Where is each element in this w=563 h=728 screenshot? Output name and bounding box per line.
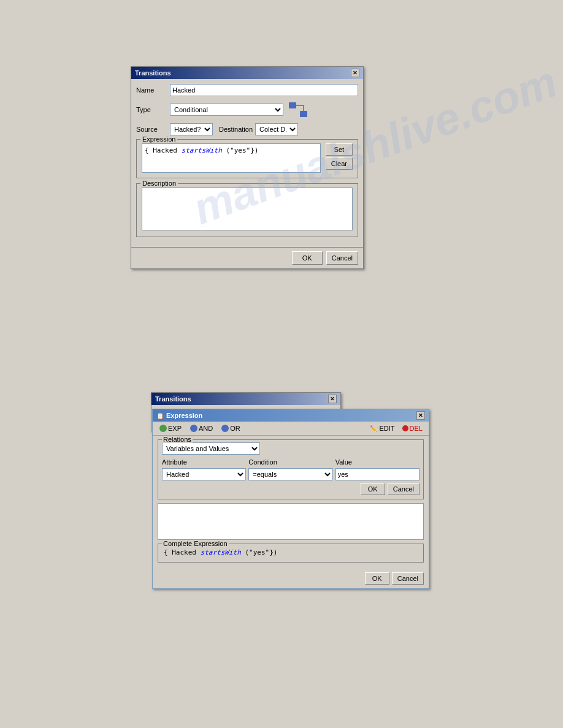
attr-inputs-row: Hacked =equals: [162, 468, 419, 480]
condition-select[interactable]: =equals: [248, 468, 332, 480]
transitions-type-icon: [288, 100, 308, 119]
exp-button[interactable]: EXP: [156, 423, 185, 433]
clear-button[interactable]: Clear: [326, 157, 353, 170]
expr-cancel-button[interactable]: Cancel: [392, 572, 424, 585]
destination-select[interactable]: Colect D...: [255, 123, 298, 135]
attr-headers: Attribute Condition Value: [162, 458, 419, 466]
or-icon: [221, 425, 229, 432]
expression-group-label: Expression: [140, 135, 177, 143]
expression-list-area: [158, 503, 424, 540]
relations-ok-cancel: OK Cancel: [162, 483, 419, 495]
expression-display: { Hacked startsWith ("yes"}): [142, 143, 321, 173]
condition-col-header: Condition: [248, 458, 332, 466]
name-input[interactable]: [170, 84, 358, 96]
source-select[interactable]: Hacked?: [170, 123, 213, 135]
expr-toolbar: EXP AND OR ✏️ EDIT DEL: [153, 422, 429, 436]
del-label: DEL: [410, 425, 423, 432]
and-icon: [190, 425, 197, 432]
relations-select[interactable]: Variables and Values: [162, 442, 260, 455]
expression-buttons: Set Clear: [326, 143, 353, 170]
dialog2-close-button[interactable]: ✕: [328, 395, 337, 403]
pencil-icon: ✏️: [370, 425, 377, 432]
description-textarea[interactable]: [142, 188, 353, 230]
dialog1-close-button[interactable]: ✕: [351, 69, 359, 77]
type-select[interactable]: Conditional: [170, 104, 283, 116]
expression-dialog: 📋 Expression ✕ EXP AND OR ✏️ EDIT DEL: [152, 409, 429, 589]
name-row: Name: [136, 84, 358, 96]
exp-label: EXP: [168, 425, 182, 432]
and-button[interactable]: AND: [187, 423, 216, 433]
expr-dialog-titlebar: 📋 Expression ✕: [153, 409, 429, 422]
exp-icon: [159, 425, 167, 432]
edit-button[interactable]: ✏️ EDIT: [367, 424, 397, 433]
set-button[interactable]: Set: [326, 143, 353, 156]
relations-cancel-button[interactable]: Cancel: [388, 483, 419, 495]
type-label: Type: [136, 106, 170, 113]
complete-expr-display: { Hacked startsWith ("yes"}): [162, 547, 419, 558]
expression-group: Expression { Hacked startsWith ("yes"}) …: [136, 139, 358, 178]
attribute-select[interactable]: Hacked: [162, 468, 246, 480]
value-col-header: Value: [335, 458, 419, 466]
source-label: Source: [136, 126, 170, 133]
destination-label: Destination: [219, 126, 253, 133]
relations-group: Relations Variables and Values Attribute…: [158, 439, 424, 499]
startswith-keyword: startsWith: [201, 548, 241, 556]
ok-button[interactable]: OK: [292, 251, 323, 265]
dialog1-titlebar: Transitions ✕: [131, 67, 363, 79]
description-group-label: Description: [140, 180, 178, 187]
transitions-dialog-1: Transitions ✕ Name Type Conditional: [131, 66, 364, 269]
dialog1-footer: OK Cancel: [131, 247, 363, 268]
and-label: AND: [199, 425, 213, 432]
description-group: Description: [136, 183, 358, 237]
value-input[interactable]: [335, 468, 419, 480]
svg-rect-0: [289, 102, 296, 108]
dialog2-title: Transitions: [155, 395, 191, 403]
complete-expr-label: Complete Expression: [162, 540, 229, 547]
src-dest-row: Source Hacked? Destination Colect D...: [136, 123, 358, 135]
complete-expression-group: Complete Expression { Hacked startsWith …: [158, 544, 424, 563]
dialog1-title: Transitions: [135, 69, 171, 77]
name-label: Name: [136, 86, 170, 94]
del-icon: [402, 425, 408, 431]
type-row: Type Conditional: [136, 100, 358, 119]
relations-label: Relations: [162, 436, 193, 443]
expr-ok-button[interactable]: OK: [365, 572, 389, 585]
relations-ok-button[interactable]: OK: [361, 483, 385, 495]
expr-dialog-close[interactable]: ✕: [416, 411, 425, 420]
expr-dialog-title: Expression: [166, 412, 202, 419]
expr-body: Relations Variables and Values Attribute…: [153, 436, 429, 570]
edit-label: EDIT: [380, 425, 395, 432]
del-button[interactable]: DEL: [400, 424, 425, 433]
cancel-button[interactable]: Cancel: [326, 251, 358, 265]
or-button[interactable]: OR: [218, 423, 243, 433]
edit-del-group: ✏️ EDIT DEL: [367, 424, 425, 433]
expr-dialog-icon: 📋: [156, 412, 164, 419]
expr-dialog-footer: OK Cancel: [153, 570, 429, 588]
attribute-col-header: Attribute: [162, 458, 246, 466]
or-label: OR: [230, 425, 240, 432]
dialog2-titlebar: Transitions ✕: [151, 393, 340, 405]
